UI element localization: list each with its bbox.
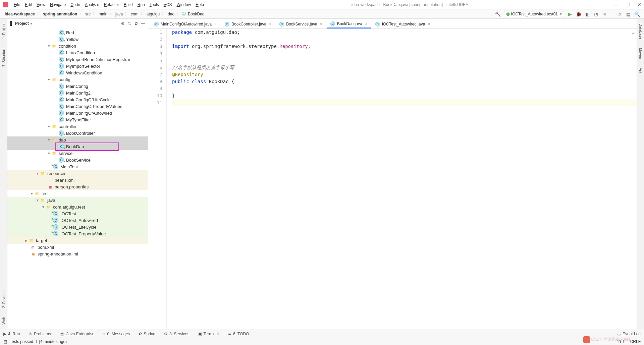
hide-icon[interactable]: — [141,21,145,26]
bottom-tab-JavaEnterprise[interactable]: ☕Java Enterprise [60,332,94,336]
tree-row-dao[interactable]: ▼📁dao [7,136,148,143]
tree-row-Red[interactable]: C●Red [7,29,148,36]
tool-favorites[interactable]: 2: Favorites [2,287,6,309]
tab-BookDao.java[interactable]: CBookDao.java× [327,20,371,28]
crumb-dao[interactable]: dao [167,12,175,16]
tree-row-MainConfigOfLifeCycle[interactable]: CMainConfigOfLifeCycle [7,96,148,103]
tree-row-LinuxCondition[interactable]: CLinuxCondition [7,49,148,56]
tree-row-pom.xml[interactable]: mpom.xml [7,244,148,250]
settings-icon[interactable]: ✿ [135,21,138,26]
code-editor[interactable]: ✔ 1234567891011 package com.atguigu.dao;… [148,29,637,329]
crumb-spring-annotation[interactable]: spring-annotation [42,12,78,16]
bottom-tab-Terminal[interactable]: ▣Terminal [198,332,219,336]
project-panel-title[interactable]: Project [15,21,29,26]
tree-row-BookDao[interactable]: C●BookDao [7,143,148,150]
tool-web[interactable]: Web [2,315,6,326]
tree-row-beans.xml[interactable]: ⟨/⟩beans.xml [7,177,148,183]
menu-edit[interactable]: Edit [22,2,34,7]
menu-navigate[interactable]: Navigate [48,2,68,7]
coverage-button[interactable]: ◧ [584,11,590,17]
menu-analyze[interactable]: Analyze [83,2,102,7]
menu-code[interactable]: Code [68,2,83,7]
bottom-tab-Messages[interactable]: ≡0: Messages [103,332,130,336]
tree-row-MyImportBeanDefinitionRegistrar[interactable]: CMyImportBeanDefinitionRegistrar [7,56,148,63]
close-tab-icon[interactable]: × [269,22,271,26]
expand-icon[interactable]: ⇅ [128,21,131,26]
tree-row-target[interactable]: ▶📁target [7,237,148,244]
menu-window[interactable]: Window [174,2,193,7]
menu-build[interactable]: Build [121,2,135,7]
crumb-BookDao[interactable]: BookDao [187,12,205,16]
menu-refactor[interactable]: Refactor [102,2,121,7]
profile-button[interactable]: ◔ [593,11,599,17]
tool-project[interactable]: 1: Project [2,22,6,40]
tree-row-person.properties[interactable]: ▦person.properties [7,183,148,190]
debug-button[interactable]: 🐞 [576,11,582,17]
crumb-src[interactable]: src [85,12,91,16]
crumb-atguigu[interactable]: atguigu [146,12,160,16]
tab-BookService.java[interactable]: CBookService.java× [276,20,326,28]
tree-row-WindowsCondition[interactable]: CWindowsCondition [7,69,148,76]
crumb-com[interactable]: com [130,12,139,16]
tree-row-condition[interactable]: ▼📁condition [7,43,148,49]
bottom-tab-TODO[interactable]: ≔6: TODO [227,332,249,336]
menu-tools[interactable]: Tools [147,2,161,7]
bottom-tab-Run[interactable]: ▶4: Run [3,332,20,336]
menu-vcs[interactable]: VCS [161,2,174,7]
tree-row-BookService[interactable]: C●BookService [7,157,148,163]
caret-position[interactable]: 11:1 [617,339,625,344]
search-everywhere-button[interactable]: 🔍 [634,11,640,17]
crumb-main[interactable]: main [98,12,108,16]
project-view-icon[interactable]: ▋ [10,21,13,26]
tool-ant[interactable]: Ant [639,66,643,75]
build-icon[interactable]: 🔨 [495,11,501,17]
locate-icon[interactable]: ⊕ [121,21,124,26]
crumb-java[interactable]: java [115,12,123,16]
tree-row-IOCTest_PropertyValue[interactable]: C▶IOCTest_PropertyValue [7,230,148,237]
event-log-button[interactable]: ◌ Event Log [617,332,641,336]
close-tab-icon[interactable]: × [428,22,430,26]
tree-row-java[interactable]: ▼📁java [7,197,148,204]
tool-database[interactable]: Database [639,22,643,41]
tree-row-MyTypeFilter[interactable]: CMyTypeFilter [7,116,148,123]
update-button[interactable]: ⟳ [616,11,623,17]
tree-row-controller[interactable]: ▼📁controller [7,123,148,130]
tree-row-resources[interactable]: ▼📁resources [7,170,148,177]
tree-row-spring-annotation.iml[interactable]: ▣spring-annotation.iml [7,250,148,257]
bottom-tab-Spring[interactable]: ✿Spring [139,332,155,336]
close-icon[interactable]: ✕ [637,2,641,7]
close-tab-icon[interactable]: × [214,22,217,26]
stop-button[interactable]: ■ [602,11,608,17]
menu-help[interactable]: Help [193,2,206,7]
tree-row-MainConfig2[interactable]: CMainConfig2 [7,90,148,96]
tab-BookController.java[interactable]: CBookController.java× [221,20,275,28]
tree-row-test[interactable]: ▼📁test [7,190,148,197]
bottom-tab-Problems[interactable]: ⚠Problems [29,332,51,336]
status-icon[interactable]: ▤ [3,339,7,344]
minimize-icon[interactable]: — [613,2,618,7]
run-config-selector[interactable]: ⬤ IOCTest_Autowired.test01 ▾ [504,11,564,17]
menu-view[interactable]: View [34,2,48,7]
tree-row-IOCTest_Autowired[interactable]: C▶IOCTest_Autowired [7,217,148,224]
tree-row-MainConfig[interactable]: CMainConfig [7,83,148,90]
tab-IOCTest_Autowired.java[interactable]: CIOCTest_Autowired.java× [372,20,434,28]
tree-row-Yellow[interactable]: C●Yellow [7,36,148,43]
close-tab-icon[interactable]: × [365,21,367,26]
run-button[interactable]: ▶ [567,11,573,17]
line-separator[interactable]: CRLF [630,339,641,344]
menu-file[interactable]: File [11,2,22,7]
maximize-icon[interactable]: ☐ [626,2,630,7]
tab-MainConifgOfAutowired.java[interactable]: CMainConifgOfAutowired.java× [150,20,220,28]
tree-row-service[interactable]: ▼📁service [7,150,148,157]
close-tab-icon[interactable]: × [320,22,322,26]
tree-row-BookController[interactable]: C●BookController [7,130,148,136]
structure-button[interactable]: ▤ [625,11,631,17]
crumb-idea-workspace[interactable]: idea-workspace [4,12,36,16]
tree-row-IOCTest[interactable]: C▶IOCTest [7,210,148,217]
tree-row-IOCTest_LifeCycle[interactable]: C▶IOCTest_LifeCycle [7,224,148,230]
bottom-tab-Services[interactable]: ⚙8: Services [164,332,189,336]
code-content[interactable]: package com.atguigu.dao; import org.spri… [167,29,637,329]
tree-row-MainTest[interactable]: C▶MainTest [7,163,148,170]
chevron-down-icon[interactable]: ▾ [30,21,32,26]
tree-row-MainConifgOfAutowired[interactable]: CMainConifgOfAutowired [7,110,148,116]
